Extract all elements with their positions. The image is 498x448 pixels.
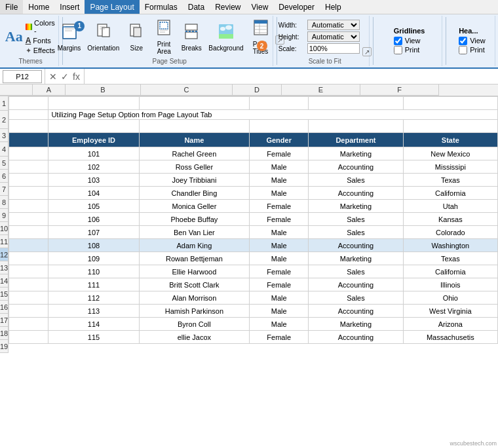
row-num-12[interactable]: 12 — [0, 248, 9, 261]
background-button[interactable]: Background — [206, 21, 246, 53]
orientation-label: Orientation — [87, 45, 119, 52]
table-row[interactable] — [9, 120, 498, 133]
table-row[interactable]: 114Byron CollMaleMarketingArizona — [9, 318, 498, 331]
width-select[interactable]: Automatic 1 page 2 pages — [307, 20, 360, 30]
gridlines-print-label: Print — [405, 46, 420, 54]
table-row[interactable]: 112Alan MorrisonMaleSalesOhio — [9, 291, 498, 305]
orientation-button[interactable]: Orientation — [85, 21, 122, 53]
row-num-2[interactable]: 2 — [0, 111, 9, 129]
row-num-4[interactable]: 4 — [0, 142, 9, 157]
row-num-11[interactable]: 11 — [0, 235, 9, 248]
row-num-5[interactable]: 5 — [0, 157, 9, 170]
headings-view-checkbox[interactable] — [459, 37, 467, 45]
menu-help[interactable]: Help — [320, 0, 347, 14]
row-num-8[interactable]: 8 — [0, 196, 9, 209]
ribbon: Aa Colors - A Fonts ✦ Effects — [0, 14, 498, 69]
effects-label: Effects — [33, 47, 55, 54]
row-num-6[interactable]: 6 — [0, 170, 9, 183]
headings-print-checkbox[interactable] — [459, 46, 467, 54]
row-num-19[interactable]: 19 — [0, 340, 9, 353]
menu-review[interactable]: Review — [210, 0, 246, 14]
row-num-1[interactable]: 1 — [0, 96, 9, 111]
menu-file[interactable]: File — [0, 0, 23, 14]
gridlines-view-checkbox[interactable] — [394, 37, 402, 45]
row-num-9[interactable]: 9 — [0, 209, 9, 222]
gridlines-print-checkbox[interactable] — [394, 46, 402, 54]
row-num-7[interactable]: 7 — [0, 183, 9, 196]
menu-data[interactable]: Data — [183, 0, 210, 14]
insert-function-icon[interactable]: fx — [73, 71, 80, 82]
print-area-button[interactable]: PrintArea — [151, 17, 177, 56]
table-row[interactable]: 111Britt Scott ClarkFemaleAccountingIlli… — [9, 278, 498, 291]
formula-input[interactable] — [85, 72, 498, 81]
themes-group: Aa Colors - A Fonts ✦ Effects — [3, 16, 59, 66]
row-num-15[interactable]: 15 — [0, 288, 9, 301]
col-header-a[interactable]: A — [33, 84, 66, 96]
gridlines-header: Gridlines — [394, 27, 425, 35]
row-num-14[interactable]: 14 — [0, 274, 9, 288]
row-num-18[interactable]: 18 — [0, 327, 9, 340]
width-label: Width: — [278, 22, 305, 29]
row-num-16[interactable]: 16 — [0, 301, 9, 314]
table-row[interactable]: 104Chandler BingMaleAccountingCalifornia — [9, 187, 498, 200]
svg-rect-20 — [185, 32, 197, 39]
scale-input[interactable] — [307, 43, 360, 54]
table-row[interactable]: 115ellie JacoxFemaleAccountingMassachuse… — [9, 331, 498, 344]
table-row[interactable]: Utilizing Page Setup Option from Page La… — [9, 110, 498, 120]
print-area-label: PrintArea — [157, 41, 171, 55]
colors-button[interactable]: Colors - — [26, 18, 56, 35]
print-titles-button[interactable]: PrintTitles 2 — [248, 17, 274, 56]
themes-aa-icon: Aa — [5, 28, 23, 45]
size-button[interactable]: Size — [123, 21, 149, 53]
scale-to-fit-group: Width: Automatic 1 page 2 pages Height: … — [280, 16, 370, 66]
background-label: Background — [208, 45, 243, 52]
headings-header: Hea... — [459, 27, 486, 35]
formula-bar: ✕ ✓ fx — [0, 69, 498, 84]
menu-page-layout[interactable]: Page Layout — [85, 0, 139, 14]
table-row-selected[interactable]: 108Adam KingMaleAccountingWashington — [9, 239, 498, 252]
name-box[interactable] — [3, 70, 42, 83]
row-num-10[interactable]: 10 — [0, 222, 9, 235]
col-header-c[interactable]: C — [141, 84, 233, 96]
column-headers: A B C D E F — [0, 84, 498, 96]
table-row[interactable]: 103Joey TribbianiMaleSalesTexas — [9, 174, 498, 187]
col-header-employee-id: Employee ID — [48, 133, 139, 147]
row-num-3[interactable]: 3 — [0, 129, 9, 142]
table-row[interactable]: 105Monica GellerFemaleMarketingUtah — [9, 200, 498, 213]
col-header-d[interactable]: D — [233, 84, 282, 96]
table-row[interactable]: 109Rowan BettjemanMaleMarketingTexas — [9, 252, 498, 265]
menu-home[interactable]: Home — [23, 0, 54, 14]
breaks-button[interactable]: Breaks — [178, 21, 204, 53]
menu-view[interactable]: View — [246, 0, 274, 14]
col-header-b[interactable]: B — [66, 84, 141, 96]
table-row[interactable]: 106Phoebe BuffayFemaleSalesKansas — [9, 213, 498, 226]
table-row[interactable]: 110Ellie HarwoodFemaleSalesCalifornia — [9, 265, 498, 278]
gridlines-view-label: View — [405, 37, 421, 45]
col-header-f[interactable]: F — [360, 84, 439, 96]
menu-developer[interactable]: Developer — [273, 0, 320, 14]
height-select[interactable]: Automatic 1 page 2 pages — [307, 31, 360, 42]
table-row[interactable] — [9, 97, 498, 110]
menu-insert[interactable]: Insert — [54, 0, 85, 14]
table-row[interactable]: 101Rachel GreenFemaleMarketingNew Mexico — [9, 147, 498, 160]
margins-button[interactable]: 1 Margins — [55, 21, 84, 53]
confirm-formula-icon[interactable]: ✓ — [61, 71, 69, 82]
table-header-row[interactable]: Employee ID Name Gender Department State — [9, 133, 498, 147]
table-row[interactable]: 113Hamish ParkinsonMaleAccountingWest Vi… — [9, 305, 498, 318]
table-row[interactable]: 102Ross GellerMaleAccountingMississipi — [9, 160, 498, 174]
cancel-formula-icon[interactable]: ✕ — [49, 71, 57, 82]
row-num-17[interactable]: 17 — [0, 314, 9, 327]
table-row[interactable]: 107Ben Van LierMaleSalesColorado — [9, 226, 498, 239]
menu-formulas[interactable]: Formulas — [140, 0, 183, 14]
scale-dialog-launcher[interactable]: ↗ — [362, 47, 372, 56]
badge-1: 1 — [74, 21, 85, 31]
fonts-button[interactable]: A Fonts — [26, 35, 56, 46]
headings-print-label: Print — [470, 46, 485, 54]
headings-group: Hea... View Print — [450, 16, 495, 66]
row-num-13[interactable]: 13 — [0, 261, 9, 274]
spreadsheet-title: Utilizing Page Setup Option from Page La… — [48, 110, 498, 120]
effects-button[interactable]: ✦ Effects — [26, 46, 56, 56]
svg-point-23 — [220, 27, 225, 31]
col-header-e[interactable]: E — [282, 84, 360, 96]
gridlines-group: Gridlines View Print — [377, 16, 442, 66]
